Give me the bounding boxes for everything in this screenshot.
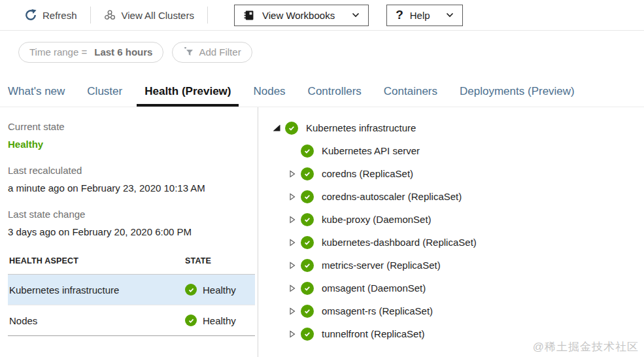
chevron-down-icon — [446, 12, 454, 18]
last-recalculated-label: Last recalculated — [8, 162, 258, 179]
help-label: Help — [410, 10, 430, 21]
time-range-filter-pill[interactable]: Time range = Last 6 hours — [18, 42, 163, 63]
column-header-health-aspect: HEALTH ASPECT — [9, 256, 185, 265]
tree-row-kubernetes-dashboard[interactable]: kubernetes-dashboard (ReplicaSet) — [258, 231, 644, 254]
expand-expander-icon[interactable] — [287, 214, 297, 225]
tree-item-label: omsagent (DaemonSet) — [322, 282, 426, 294]
view-workbooks-dropdown[interactable]: View Workbooks — [234, 5, 369, 26]
tab-controllers[interactable]: Controllers — [307, 85, 363, 107]
add-filter-funnel-icon — [183, 47, 194, 57]
tree-item-label: Kubernetes infrastructure — [306, 122, 416, 133]
healthy-check-icon — [301, 213, 314, 226]
tab-deployments-preview[interactable]: Deployments (Preview) — [458, 85, 576, 107]
current-state-block: Current state Healthy — [8, 118, 258, 153]
tree-row-metrics-server[interactable]: metrics-server (ReplicaSet) — [258, 254, 644, 277]
healthy-check-icon — [301, 282, 314, 295]
current-state-value: Healthy — [8, 135, 258, 153]
last-state-change-block: Last state change 3 days ago on February… — [8, 205, 258, 241]
health-tree: Kubernetes infrastructure Kubernetes API… — [258, 115, 644, 345]
tree-item-label: kube-proxy (DaemonSet) — [322, 214, 432, 225]
collapse-expander-icon[interactable] — [271, 123, 282, 133]
last-state-change-value: 3 days ago on February 20, 2020 6:00 PM — [8, 223, 258, 241]
tab-containers[interactable]: Containers — [382, 85, 439, 107]
chevron-down-icon — [352, 12, 360, 18]
healthy-check-icon — [301, 144, 314, 158]
expand-expander-icon[interactable] — [287, 192, 297, 202]
watermark: @稀土掘金技术社区 — [533, 339, 639, 354]
healthy-check-icon — [285, 122, 298, 135]
tab-whats-new[interactable]: What's new — [7, 85, 66, 107]
last-recalculated-block: Last recalculated a minute ago on Februa… — [8, 162, 258, 197]
expander-spacer — [287, 146, 297, 156]
tree-item-label: tunnelfront (ReplicaSet) — [322, 328, 425, 339]
help-dropdown[interactable]: ? Help — [386, 5, 462, 26]
healthy-check-icon — [301, 167, 314, 180]
state-text: Healthy — [203, 284, 236, 296]
state-cell: Healthy — [185, 284, 255, 296]
time-range-value: Last 6 hours — [94, 46, 152, 58]
healthy-check-icon — [301, 305, 314, 318]
health-aspect-table: HEALTH ASPECT STATE Kubernetes infrastru… — [8, 256, 255, 336]
healthy-check-icon — [185, 284, 197, 296]
container-insights-health-page: Refresh View All Clusters — [0, 0, 644, 357]
expand-expander-icon[interactable] — [287, 260, 297, 271]
clusters-icon — [104, 9, 116, 21]
tree-item-label: omsagent-rs (ReplicaSet) — [322, 305, 433, 316]
view-all-clusters-label: View All Clusters — [122, 10, 194, 21]
last-recalculated-value: a minute ago on February 23, 2020 10:13 … — [8, 179, 258, 197]
tree-row-kube-proxy[interactable]: kube-proxy (DaemonSet) — [258, 208, 644, 231]
tree-row-omsagent[interactable]: omsagent (DaemonSet) — [258, 277, 644, 299]
expand-expander-icon[interactable] — [287, 329, 297, 339]
tree-item-label: kubernetes-dashboard (ReplicaSet) — [322, 237, 477, 248]
last-state-change-label: Last state change — [8, 205, 258, 223]
tree-row-kubernetes-infrastructure[interactable]: Kubernetes infrastructure — [258, 116, 644, 139]
workbook-icon — [243, 10, 254, 21]
table-row-kubernetes-infrastructure[interactable]: Kubernetes infrastructure Healthy — [8, 275, 255, 305]
health-hierarchy-pane: Kubernetes infrastructure Kubernetes API… — [258, 107, 644, 357]
view-all-clusters-button[interactable]: View All Clusters — [104, 9, 194, 21]
add-filter-label: Add Filter — [199, 46, 241, 58]
toolbar: Refresh View All Clusters — [0, 0, 644, 31]
tree-row-omsagent-rs[interactable]: omsagent-rs (ReplicaSet) — [258, 299, 644, 322]
column-header-state: STATE — [185, 256, 255, 265]
refresh-label: Refresh — [42, 10, 77, 21]
health-content: Current state Healthy Last recalculated … — [0, 107, 644, 357]
tab-cluster[interactable]: Cluster — [86, 85, 124, 107]
help-icon: ? — [396, 8, 403, 22]
health-summary-pane: Current state Healthy Last recalculated … — [0, 107, 258, 357]
expand-expander-icon[interactable] — [287, 283, 297, 294]
tab-bar: What's new Cluster Health (Preview) Node… — [0, 73, 644, 107]
tree-item-label: coredns-autoscaler (ReplicaSet) — [322, 191, 462, 202]
state-text: Healthy — [203, 315, 236, 326]
tree-row-kubernetes-api-server[interactable]: Kubernetes API server — [258, 139, 644, 162]
filter-bar: Time range = Last 6 hours Add Filter — [0, 31, 644, 73]
current-state-label: Current state — [8, 118, 258, 135]
tree-item-label: coredns (ReplicaSet) — [322, 168, 413, 179]
healthy-check-icon — [301, 259, 314, 272]
tree-item-label: Kubernetes API server — [322, 145, 420, 156]
table-row-nodes[interactable]: Nodes Healthy — [8, 305, 255, 336]
view-workbooks-label: View Workbooks — [262, 10, 335, 21]
healthy-check-icon — [301, 236, 314, 249]
tab-nodes[interactable]: Nodes — [252, 85, 286, 107]
add-filter-pill[interactable]: Add Filter — [172, 42, 252, 63]
tree-row-coredns-autoscaler[interactable]: coredns-autoscaler (ReplicaSet) — [258, 185, 644, 208]
healthy-check-icon — [301, 190, 314, 203]
state-cell: Healthy — [185, 314, 255, 326]
refresh-button[interactable]: Refresh — [25, 9, 77, 21]
refresh-icon — [25, 9, 37, 21]
expand-expander-icon[interactable] — [287, 237, 297, 248]
tab-health-preview[interactable]: Health (Preview) — [137, 85, 239, 107]
healthy-check-icon — [185, 314, 197, 326]
tree-row-coredns[interactable]: coredns (ReplicaSet) — [258, 162, 644, 185]
time-range-label: Time range = — [29, 46, 87, 58]
table-header-row: HEALTH ASPECT STATE — [8, 256, 255, 275]
expand-expander-icon[interactable] — [287, 306, 297, 316]
expand-expander-icon[interactable] — [287, 169, 297, 179]
aspect-cell: Nodes — [9, 315, 185, 326]
healthy-check-icon — [301, 328, 314, 341]
toolbar-divider — [90, 7, 91, 24]
toolbar-divider — [207, 7, 208, 24]
tree-item-label: metrics-server (ReplicaSet) — [322, 260, 441, 271]
aspect-cell: Kubernetes infrastructure — [9, 284, 185, 296]
